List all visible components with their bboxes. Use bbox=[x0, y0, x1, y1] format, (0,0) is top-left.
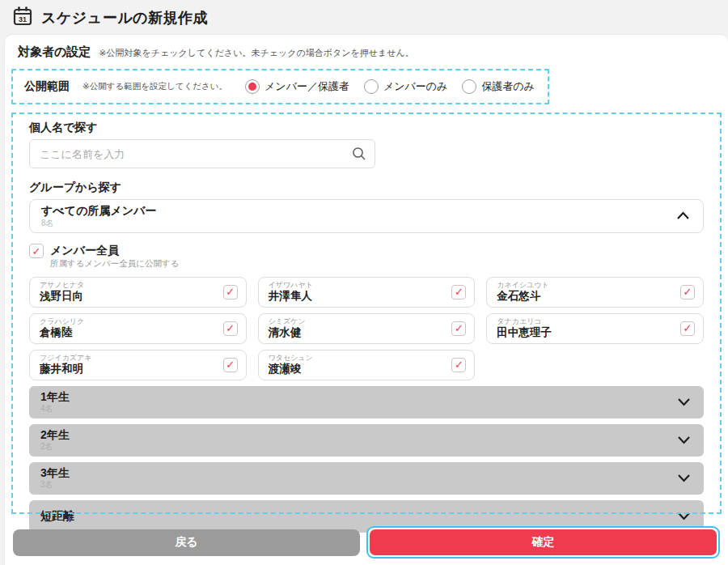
member-card[interactable]: クラハシリク倉橋陸✓ bbox=[29, 313, 247, 344]
scope-options: メンバー／保護者メンバーのみ保護者のみ bbox=[245, 79, 535, 94]
scope-note: ※公開する範囲を設定してください。 bbox=[83, 81, 227, 92]
chevron-up-icon bbox=[676, 209, 690, 223]
select-all-members: ✓ メンバー全員 所属するメンバー全員に公開する bbox=[29, 244, 704, 269]
collapsed-groups: 1年生4名2年生2名3年生3名短距離 bbox=[29, 386, 704, 533]
member-name: 清水健 bbox=[269, 326, 306, 339]
confirm-button[interactable]: 確定 bbox=[370, 529, 717, 555]
svg-text:31: 31 bbox=[19, 15, 27, 23]
member-checkbox[interactable]: ✓ bbox=[451, 358, 466, 372]
member-card[interactable]: シミズケン清水健✓ bbox=[258, 313, 476, 344]
group-count: 3名 bbox=[40, 480, 70, 491]
member-card[interactable]: カネイシユウト金石悠斗✓ bbox=[486, 277, 704, 308]
target-section-note: ※公開対象をチェックしてください。未チェックの場合ボタンを押せません。 bbox=[99, 47, 413, 59]
search-by-name-label: 個人名で探す bbox=[29, 121, 704, 134]
target-section-header: 対象者の設定 ※公開対象をチェックしてください。未チェックの場合ボタンを押せませ… bbox=[11, 43, 722, 62]
select-all-note: 所属するメンバー全員に公開する bbox=[50, 258, 179, 269]
select-all-checkbox[interactable]: ✓ bbox=[29, 244, 44, 258]
scope-radio-option[interactable]: 保護者のみ bbox=[462, 79, 535, 94]
member-checkbox[interactable]: ✓ bbox=[451, 321, 466, 336]
member-name: 田中恵理子 bbox=[497, 326, 552, 339]
radio-icon bbox=[462, 79, 476, 94]
group-name: 2年生 bbox=[40, 428, 70, 443]
member-texts: クラハシリク倉橋陸 bbox=[40, 317, 84, 339]
group-accordion-texts: 2年生2名 bbox=[40, 428, 70, 452]
member-grid: アサノヒナタ浅野日向✓イザワハヤト井澤隼人✓カネイシユウト金石悠斗✓クラハシリク… bbox=[29, 277, 704, 380]
member-kana: フジイカズアキ bbox=[40, 354, 91, 363]
scope-section: 公開範囲 ※公開する範囲を設定してください。 メンバー／保護者メンバーのみ保護者… bbox=[11, 69, 549, 104]
footer-actions: 戻る 確定 bbox=[13, 526, 720, 559]
select-all-texts: メンバー全員 所属するメンバー全員に公開する bbox=[50, 244, 179, 269]
member-texts: アサノヒナタ浅野日向 bbox=[40, 281, 84, 303]
member-kana: クラハシリク bbox=[40, 317, 84, 326]
search-icon bbox=[352, 147, 366, 164]
member-card[interactable]: ワタセシュン渡瀬竣✓ bbox=[258, 350, 476, 380]
select-all-label: メンバー全員 bbox=[50, 244, 179, 258]
member-kana: ワタセシュン bbox=[269, 354, 313, 363]
scope-radio-label: 保護者のみ bbox=[481, 79, 535, 94]
form-card: 対象者の設定 ※公開対象をチェックしてください。未チェックの場合ボタンを押せませ… bbox=[4, 34, 728, 565]
member-name: 井澤隼人 bbox=[269, 290, 313, 303]
member-kana: イザワハヤト bbox=[269, 281, 313, 290]
group-name: 1年生 bbox=[40, 390, 70, 405]
member-name: 倉橋陸 bbox=[40, 326, 84, 339]
member-card[interactable]: アサノヒナタ浅野日向✓ bbox=[29, 277, 247, 308]
member-kana: アサノヒナタ bbox=[40, 281, 84, 290]
group-accordion-collapsed[interactable]: 3年生3名 bbox=[29, 462, 704, 495]
member-checkbox[interactable]: ✓ bbox=[680, 321, 695, 336]
group-count: 8名 bbox=[41, 219, 156, 229]
scope-radio-label: メンバーのみ bbox=[383, 79, 448, 94]
chevron-down-icon bbox=[677, 433, 691, 448]
group-count: 2名 bbox=[40, 442, 70, 452]
member-name: 浅野日向 bbox=[40, 290, 84, 303]
member-card[interactable]: イザワハヤト井澤隼人✓ bbox=[258, 277, 476, 308]
scope-label: 公開範囲 bbox=[24, 79, 70, 94]
page-header: 31 スケジュールの新規作成 bbox=[0, 0, 728, 34]
search-input[interactable] bbox=[29, 139, 375, 168]
group-accordion-collapsed[interactable]: 2年生2名 bbox=[29, 424, 704, 457]
member-name: 金石悠斗 bbox=[497, 290, 548, 303]
group-accordion-texts: 短距離 bbox=[40, 509, 74, 524]
member-checkbox[interactable]: ✓ bbox=[451, 285, 466, 299]
member-card[interactable]: タナカエリコ田中恵理子✓ bbox=[486, 313, 704, 344]
member-kana: カネイシユウト bbox=[497, 281, 548, 290]
member-checkbox[interactable]: ✓ bbox=[680, 285, 695, 299]
scope-radio-option[interactable]: メンバー／保護者 bbox=[245, 79, 349, 94]
group-accordion-texts: 3年生3名 bbox=[40, 466, 70, 491]
page-title: スケジュールの新規作成 bbox=[41, 8, 208, 28]
group-name: すべての所属メンバー bbox=[41, 204, 156, 219]
radio-icon bbox=[364, 79, 379, 94]
member-card[interactable]: フジイカズアキ藤井和明✓ bbox=[29, 350, 247, 380]
group-accordion-all-members[interactable]: すべての所属メンバー 8名 bbox=[29, 199, 704, 233]
member-texts: カネイシユウト金石悠斗 bbox=[497, 281, 548, 303]
member-checkbox[interactable]: ✓ bbox=[223, 321, 238, 336]
member-name: 渡瀬竣 bbox=[269, 363, 313, 376]
chevron-down-icon bbox=[677, 471, 691, 486]
member-texts: タナカエリコ田中恵理子 bbox=[497, 317, 552, 339]
target-section-title: 対象者の設定 bbox=[18, 45, 91, 60]
member-name: 藤井和明 bbox=[40, 363, 91, 376]
group-count: 4名 bbox=[40, 404, 70, 414]
search-by-group-label: グループから探す bbox=[29, 181, 704, 193]
member-checkbox[interactable]: ✓ bbox=[223, 285, 238, 299]
group-accordion-texts: 1年生4名 bbox=[40, 390, 70, 414]
radio-icon bbox=[245, 79, 260, 94]
page: 31 スケジュールの新規作成 対象者の設定 ※公開対象をチェックしてください。未… bbox=[0, 0, 728, 565]
member-texts: ワタセシュン渡瀬竣 bbox=[269, 354, 313, 376]
search-field-wrap bbox=[29, 139, 375, 168]
confirm-highlight-box: 確定 bbox=[366, 526, 720, 559]
audience-section: 個人名で探す グループから探す すべての所属メンバー 8名 bbox=[11, 113, 722, 514]
scope-radio-label: メンバー／保護者 bbox=[265, 79, 349, 94]
member-kana: タナカエリコ bbox=[497, 317, 552, 326]
member-texts: シミズケン清水健 bbox=[269, 317, 306, 339]
member-kana: シミズケン bbox=[269, 317, 306, 326]
group-accordion-collapsed[interactable]: 1年生4名 bbox=[29, 386, 704, 418]
chevron-down-icon bbox=[677, 509, 691, 524]
member-texts: イザワハヤト井澤隼人 bbox=[269, 281, 313, 303]
member-texts: フジイカズアキ藤井和明 bbox=[40, 354, 91, 376]
back-button[interactable]: 戻る bbox=[13, 529, 360, 556]
scope-radio-option[interactable]: メンバーのみ bbox=[364, 79, 448, 94]
calendar-icon: 31 bbox=[11, 5, 34, 31]
member-checkbox[interactable]: ✓ bbox=[223, 358, 238, 372]
chevron-down-icon bbox=[677, 395, 691, 410]
group-name: 3年生 bbox=[40, 466, 70, 481]
